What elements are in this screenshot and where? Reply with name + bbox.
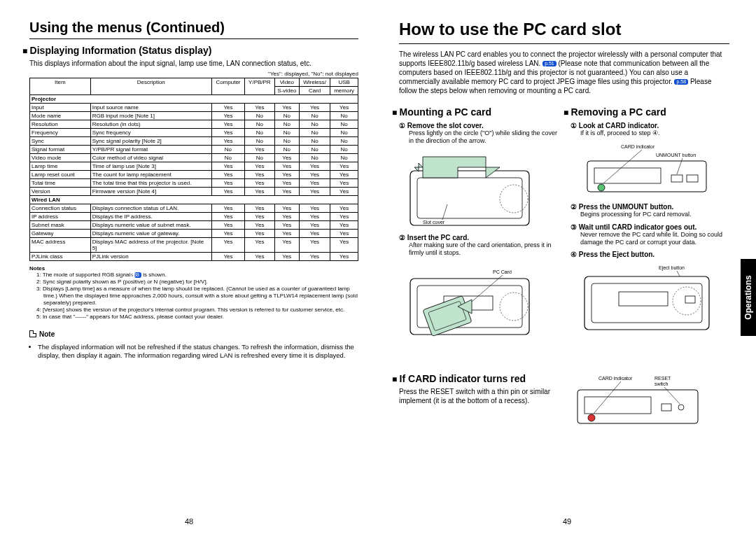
- rule: [399, 43, 729, 44]
- step-heading: ② Press the UNMOUNT button.: [570, 203, 729, 211]
- table-row: Lamp reset countThe count for lamp repla…: [30, 171, 358, 179]
- svg-rect-25: [685, 296, 695, 303]
- table-row: Mode nameRGB input mode [Note 1]YesNoNoN…: [30, 112, 358, 120]
- figure-label: Eject button: [659, 265, 685, 271]
- figure-label: RESET: [654, 376, 671, 381]
- note-box: Note The displayed information will not …: [29, 328, 358, 360]
- if-heading: If CARD indicator turns red: [392, 373, 558, 384]
- th-usb: USB: [330, 78, 358, 87]
- step-heading: ④ Press the Eject button.: [570, 251, 729, 258]
- indicator-figure: CARD indicator UNMOUNT button: [580, 141, 729, 196]
- figure-label: CARD indicator: [621, 144, 655, 149]
- table-row: IP addressDisplays the IP address.YesYes…: [30, 213, 358, 221]
- th-video: Video: [274, 78, 299, 87]
- note-item: 3: Displays [Lamp time] as a measure of …: [36, 286, 358, 307]
- step-heading: ③ Wait until CARD indicator goes out.: [570, 223, 729, 231]
- section-heading: Displaying Information (Status display): [22, 45, 358, 56]
- slot-cover-figure: Slot cover: [409, 150, 558, 227]
- pc-card-figure: PC Card: [409, 261, 558, 352]
- page-right: How to use the PC card slot The wireless…: [378, 0, 756, 534]
- page-title: How to use the PC card slot: [399, 20, 729, 39]
- table-row: ResolutionResolution (in dots)YesNoNoNoN…: [30, 120, 358, 129]
- notes-heading: Notes: [29, 265, 358, 272]
- table-row: GatewayDisplays numeric value of gateway…: [30, 230, 358, 238]
- table-caption: "Yes": displayed, "No": not displayed: [29, 71, 358, 77]
- table-group-row: Projector: [30, 95, 358, 104]
- figure-label: PC Card: [493, 269, 512, 274]
- rule: [29, 38, 358, 39]
- side-tab: Operations: [741, 259, 756, 336]
- th-wireless: Wireless/: [299, 78, 330, 87]
- table-row: SyncSync signal polarity [Note 2]YesNoNo…: [30, 137, 358, 146]
- notes-list: 1: The mode of supported RGB signals p.8…: [29, 272, 358, 321]
- figure-label: CARD indicator: [598, 376, 633, 381]
- table-row: InputInput source nameYesYesYesYesYes: [30, 104, 358, 112]
- page-number: 48: [185, 517, 193, 526]
- removing-heading: Removing a PC card: [564, 106, 729, 118]
- intro-text: This displays information about the inpu…: [29, 59, 358, 68]
- step-body: Begins processing for PC card removal.: [580, 211, 729, 218]
- step-body: After making sure of the card orientatio…: [409, 241, 558, 258]
- page-title: Using the menus (Continued): [29, 20, 358, 36]
- table-row: Subnet maskDisplays numeric value of sub…: [30, 221, 358, 230]
- eject-figure: Eject button: [580, 262, 729, 332]
- svg-point-15: [598, 184, 605, 191]
- removing-column: Removing a PC card ① Look at CARD indica…: [570, 102, 729, 359]
- step-body: Press lightly on the circle ("O") while …: [409, 129, 558, 146]
- intro-text: The wireless LAN PC card enables you to …: [399, 50, 729, 95]
- table-row: Connection statusDisplays connection sta…: [30, 204, 358, 213]
- th-memory: memory: [330, 87, 358, 95]
- step-heading: ② Insert the PC card.: [399, 234, 558, 241]
- svg-point-28: [588, 414, 595, 421]
- figure-label: Slot cover: [423, 220, 445, 225]
- svg-rect-29: [662, 404, 671, 411]
- note-item: 4: [Version] shows the version of the pr…: [36, 307, 358, 314]
- note-item: 1: The mode of supported RGB signals p.8…: [36, 272, 358, 279]
- figure-label: UNMOUNT button: [656, 153, 696, 157]
- table-row: VersionFirmware version [Note 4]YesYesYe…: [30, 188, 358, 196]
- table-row: Signal formatY/PB/PR signal formatNoYesN…: [30, 146, 358, 154]
- svg-rect-14: [594, 168, 661, 183]
- svg-rect-16: [671, 175, 682, 182]
- th-ypbpr: Y/PB/PR: [244, 78, 274, 95]
- th-desc: Description: [90, 78, 211, 95]
- reset-figure: CARD indicator RESET switch: [570, 373, 729, 428]
- step-heading: ① Look at CARD indicator.: [570, 122, 729, 129]
- table-row: FrequencySync frequencyYesNoNoNoNo: [30, 129, 358, 137]
- reset-figure-column: CARD indicator RESET switch: [570, 369, 729, 435]
- page-ref: p.58: [674, 79, 688, 85]
- svg-rect-17: [687, 175, 698, 182]
- if-red-column: If CARD indicator turns red Press the RE…: [399, 369, 558, 435]
- table-row: Total timeThe total time that this proje…: [30, 179, 358, 188]
- page-left: Using the menus (Continued) Displaying I…: [0, 0, 378, 534]
- th-svideo: S-video: [274, 87, 299, 95]
- table-row: Video modeColor method of video signalNo…: [30, 154, 358, 162]
- svg-rect-1: [417, 178, 522, 218]
- page-ref: p.51: [542, 61, 556, 66]
- th-card: Card: [299, 87, 330, 95]
- table-row: PJLink classPJLink versionYesYesYesYesYe…: [30, 253, 358, 261]
- svg-marker-3: [414, 163, 423, 171]
- step-body: Never remove the PC card while lit. Doin…: [580, 231, 729, 247]
- step-body: If it is off, proceed to step ④.: [580, 129, 729, 137]
- svg-point-30: [678, 405, 684, 410]
- note-label: Note: [29, 330, 55, 338]
- th-computer: Computer: [211, 78, 244, 95]
- mounting-heading: Mounting a PC card: [392, 106, 558, 118]
- group-label: Projector: [30, 95, 358, 104]
- note-bullet: The displayed information will not be re…: [38, 343, 358, 360]
- th-item: Item: [30, 78, 91, 95]
- table-row: Lamp timeTime of lamp use [Note 3]YesYes…: [30, 162, 358, 171]
- status-table: Item Description Computer Y/PB/PR Video …: [29, 78, 358, 261]
- group-label: Wired LAN: [30, 196, 358, 204]
- table-row: MAC addressDisplays MAC address of the p…: [30, 238, 358, 253]
- note-item: 5: In case that "------" appears for MAC…: [36, 314, 358, 321]
- svg-rect-27: [584, 397, 651, 414]
- note-icon: [29, 330, 36, 337]
- step-heading: ① Remove the slot cover.: [399, 122, 558, 129]
- table-header-row: Item Description Computer Y/PB/PR Video …: [30, 78, 358, 87]
- mounting-column: Mounting a PC card ① Remove the slot cov…: [399, 102, 558, 359]
- if-body: Press the RESET switch with a thin pin o…: [399, 387, 558, 405]
- figure-label: switch: [654, 381, 668, 386]
- svg-rect-23: [619, 292, 668, 306]
